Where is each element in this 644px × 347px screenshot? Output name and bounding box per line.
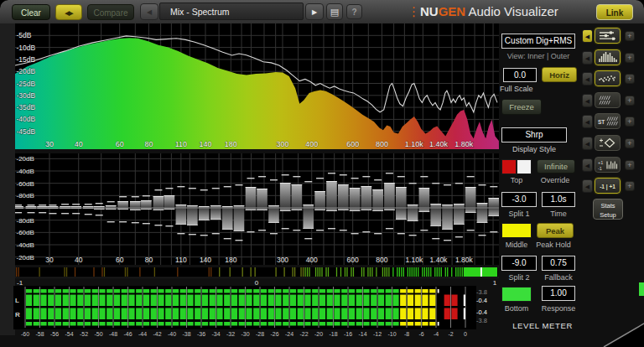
svg-text:-8: -8 [404,331,409,337]
view-bar-spectrum-arrow[interactable]: ◀ [582,51,593,65]
preset-name-box[interactable]: Custom Dig+RMS [501,34,575,49]
clear-button[interactable]: Clear [12,4,50,20]
view-hatch-arrow[interactable]: ◀ [582,94,593,107]
view-correlation-bars-add-icon[interactable]: + [625,160,635,170]
correlation-strip: -101 [15,267,499,287]
svg-text:-12: -12 [373,331,382,337]
display-style-box[interactable]: Shrp [501,127,567,142]
compare-button[interactable]: Compare [87,4,134,20]
top-label: Top [501,176,532,184]
bottom-color-swatch[interactable] [501,287,532,302]
view-vectorscope-button[interactable] [595,135,621,151]
brand-rest: Audio Visualizer [465,4,558,18]
svg-text:-20dB: -20dB [17,254,34,262]
view-stereo-hatch-button[interactable]: ST [595,113,621,129]
link-button[interactable]: Link [596,4,633,20]
level-meter-label: LEVEL METER [496,321,589,330]
svg-text:-50: -50 [94,331,102,337]
offset-value-box[interactable]: 0.0 [503,68,537,82]
svg-text:110: 110 [175,140,187,148]
svg-text:-16: -16 [344,331,352,337]
svg-text:180: 180 [225,256,236,264]
fallback-value-box[interactable]: 0.75 [542,256,575,271]
peak-button[interactable]: Peak [537,223,574,238]
edge-green-swatch [639,282,644,296]
svg-text:180: 180 [225,140,237,148]
view-stereo-hatch-add-icon[interactable]: + [625,117,635,127]
st-hatch-icon: ST [596,115,619,127]
svg-text:-54: -54 [65,331,73,337]
time-value-box[interactable]: 1.0s [542,192,575,207]
svg-text:+1: +1 [598,160,603,165]
svg-text:-20dB: -20dB [17,155,34,163]
full-scale-label: Full Scale [500,85,550,93]
svg-text:600: 600 [347,256,359,264]
svg-text:300: 300 [276,140,288,148]
svg-text:60: 60 [116,140,124,148]
display-style-label: Display Style [501,145,567,153]
view-correlation-scale-button[interactable]: -1 | +1 [595,178,621,194]
svg-text:-20dB: -20dB [17,67,36,75]
svg-text:-80dB: -80dB [17,192,34,199]
svg-text:1.80k: 1.80k [454,140,474,148]
prev-preset-icon[interactable]: ◀ [140,3,158,20]
view-correlation-bars-arrow[interactable]: ◀ [582,158,593,172]
middle-color-swatch[interactable] [501,223,532,238]
preset-dropdown[interactable]: Mix - Spectrum [159,3,304,20]
view-sliders-arrow[interactable]: ◀ [582,29,593,43]
svg-text:-60dB: -60dB [17,180,34,188]
next-preset-icon[interactable]: ▶ [305,3,324,20]
view-bar-spectrum-add-icon[interactable]: + [625,53,635,63]
view-bar-spectrum-button[interactable] [595,49,621,65]
view-scatter-button[interactable] [595,70,621,86]
pm-bars-icon: +1-1 [596,158,619,171]
view-correlation-scale-add-icon[interactable]: + [625,181,635,191]
horiz-button[interactable]: Horiz [542,67,577,82]
preset-list-icon[interactable]: ▤ [326,3,343,20]
svg-text:40: 40 [75,140,83,148]
svg-text:-24: -24 [285,331,293,337]
svg-text:-28: -28 [256,331,264,337]
svg-text:-32: -32 [226,331,235,337]
view-scatter-arrow[interactable]: ◀ [582,72,593,85]
swap-ab-icon[interactable]: ◀▶ [55,4,82,20]
bars-icon [596,51,619,64]
view-scatter-add-icon[interactable]: + [625,74,635,84]
view-sliders-add-icon[interactable]: + [625,31,635,41]
view-correlation-bars-button[interactable]: +1-1 [595,157,621,173]
view-sliders-button[interactable] [595,28,621,44]
svg-text:800: 800 [376,140,388,148]
svg-text:-80dB: -80dB [17,217,34,225]
svg-text:ST: ST [598,119,605,125]
view-correlation-scale-arrow[interactable]: ◀ [582,179,593,193]
resize-corner[interactable] [587,319,644,347]
top-color-swatch[interactable] [501,159,532,174]
infinite-button[interactable]: Infinite [537,159,575,174]
svg-text:-58: -58 [35,331,44,337]
freeze-button[interactable]: Freeze [501,99,542,115]
view-vectorscope-arrow[interactable]: ◀ [582,137,593,150]
help-button[interactable]: ? [346,4,362,19]
svg-text:-10: -10 [387,331,396,337]
svg-text:1.10k: 1.10k [405,256,423,264]
view-stereo-hatch-arrow[interactable]: ◀ [582,115,593,128]
view-mode-label: View: Inner | Outer [498,52,579,60]
svg-text:-5dB: -5dB [17,31,32,39]
response-value-box[interactable]: 1.00 [542,286,575,301]
split2-value-box[interactable]: -9.0 [501,256,537,271]
stats-setup-button[interactable]: Stats Setup [593,199,623,220]
svg-text:R: R [15,311,20,319]
toolbar: Clear ◀▶ Compare ◀ Mix - Spectrum ▶ ▤ ? … [0,0,644,24]
svg-text:L: L [15,297,19,304]
svg-text:-52: -52 [80,331,88,337]
view-vectorscope-add-icon[interactable]: + [625,138,635,148]
level-meter: LR-60-58-56-54-52-50-48-46-44-42-40-38-3… [8,286,517,338]
svg-text:-42: -42 [153,331,161,337]
view-hatch-button[interactable] [595,92,621,108]
svg-text:-34: -34 [211,331,220,337]
spectrum-analyzer-chart: -5dB-10dB-15dB-20dB-25dB-30dB-35dB-40dB-… [15,23,499,149]
svg-text:400: 400 [305,140,318,148]
view-hatch-add-icon[interactable]: + [625,96,635,106]
stereo-diff-chart: -20dB-40dB-60dB-80dB-80dB-60dB-40dB-20dB… [15,153,499,265]
split1-value-box[interactable]: -3.0 [501,192,537,207]
